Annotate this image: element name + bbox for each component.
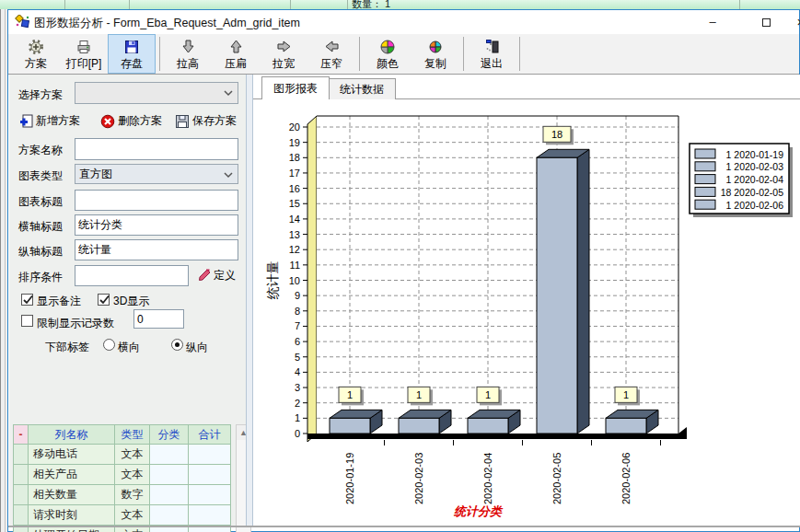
toolbar-label: 存盘 xyxy=(121,56,143,72)
plan-name-label: 方案名称 xyxy=(18,143,63,158)
close-button[interactable]: × xyxy=(785,10,800,34)
gear-icon xyxy=(28,38,44,55)
widen-button[interactable]: 拉宽 xyxy=(260,34,307,74)
maximize-button[interactable] xyxy=(750,10,782,34)
table-cell[interactable] xyxy=(189,485,230,505)
svg-text:17: 17 xyxy=(289,168,300,179)
bar xyxy=(330,418,370,434)
delete-plan-button[interactable]: 删除方案 xyxy=(100,113,162,129)
x-tick-label: 2020-02-06 xyxy=(620,453,632,504)
grid-divider xyxy=(347,0,348,9)
table-cell[interactable] xyxy=(150,465,189,485)
horizontal-radio[interactable] xyxy=(103,339,115,351)
svg-text:2: 2 xyxy=(295,398,300,409)
table-cell[interactable] xyxy=(189,445,230,465)
save-plan-button[interactable]: 保存方案 xyxy=(175,113,237,129)
vertical-radio-label: 纵向 xyxy=(186,340,208,355)
table-cell[interactable] xyxy=(189,505,230,526)
row-selector-cell[interactable] xyxy=(14,465,29,485)
table-row[interactable]: 相关数量数字 xyxy=(14,485,230,505)
quantity-cell: 数量： 1 xyxy=(352,0,390,9)
y-axis-title-input[interactable] xyxy=(75,239,238,260)
title-bar[interactable]: 图形数据分析 - Form_Eba_Request_Adm_grid_item … xyxy=(8,10,799,34)
toolbar-label: 拉高 xyxy=(177,56,199,72)
flatten-button[interactable]: 压扁 xyxy=(212,34,260,74)
table-cell[interactable]: 数字 xyxy=(115,485,150,505)
collapse-header-cell[interactable]: - xyxy=(14,425,29,445)
arrow-right-icon xyxy=(276,38,292,55)
select-plan-label: 选择方案 xyxy=(18,87,63,103)
table-cell[interactable]: 相关数量 xyxy=(29,485,115,505)
floppy-icon xyxy=(123,38,140,55)
table-cell[interactable]: 文本 xyxy=(115,505,150,526)
vertical-radio[interactable] xyxy=(171,339,183,351)
color-button[interactable]: 颜色 xyxy=(364,34,412,74)
add-doc-icon xyxy=(19,114,33,129)
save-button[interactable]: 存盘 xyxy=(108,34,156,74)
bar xyxy=(606,418,646,434)
select-plan-dropdown[interactable] xyxy=(75,82,238,104)
tab-graph-report[interactable]: 图形报表 xyxy=(261,76,330,99)
toolbar-label: 压扁 xyxy=(225,56,247,72)
panel-splitter[interactable] xyxy=(246,75,253,526)
table-cell[interactable] xyxy=(150,445,189,465)
plan-name-input[interactable] xyxy=(75,138,238,160)
x-axis-title-input[interactable] xyxy=(75,214,238,236)
table-header-cell[interactable]: 分类 xyxy=(150,425,189,445)
new-plan-button[interactable]: 新增方案 xyxy=(19,113,80,129)
narrow-button[interactable]: 压窄 xyxy=(307,34,355,74)
chart-title-input[interactable] xyxy=(75,190,238,211)
limit-records-input[interactable] xyxy=(133,309,184,329)
chart-type-dropdown[interactable]: 直方图 xyxy=(75,164,238,184)
table-header-cell[interactable]: 列名称 xyxy=(29,425,115,445)
x-tick-label: 2020-02-05 xyxy=(551,453,562,504)
show-notes-checkbox[interactable] xyxy=(21,294,33,306)
legend-entry: 1 2020-01-19 xyxy=(726,149,784,160)
tab-statistics[interactable]: 统计数据 xyxy=(328,78,396,99)
row-selector-cell[interactable] xyxy=(14,445,29,465)
legend-entry: 1 2020-02-04 xyxy=(726,174,784,185)
table-header-cell[interactable]: 类型 xyxy=(115,425,150,445)
table-cell[interactable] xyxy=(150,485,189,505)
define-button[interactable]: 定义 xyxy=(197,268,236,283)
y-axis-title: 统计量 xyxy=(265,261,280,300)
table-cell[interactable] xyxy=(150,505,189,526)
toolbar-label: 方案 xyxy=(25,56,47,72)
table-row[interactable]: 相关产品文本 xyxy=(14,465,230,485)
plan-button[interactable]: 方案 xyxy=(12,34,60,74)
chart-type-value: 直方图 xyxy=(79,167,112,182)
table-cell[interactable]: 相关产品 xyxy=(29,465,115,485)
stretch-tall-button[interactable]: 拉高 xyxy=(164,34,212,74)
color-wheel-icon xyxy=(428,38,443,55)
svg-text:15: 15 xyxy=(289,198,300,209)
exit-button[interactable]: 退出 xyxy=(468,34,516,74)
chart-title-label: 图表标题 xyxy=(18,194,63,210)
table-cell[interactable]: 文本 xyxy=(115,465,150,485)
table-cell[interactable]: 请求时刻 xyxy=(29,505,115,526)
table-row[interactable]: 请求时刻文本 xyxy=(14,505,230,526)
table-cell[interactable] xyxy=(189,465,230,485)
toolbar-label: 颜色 xyxy=(377,56,399,72)
minimize-button[interactable]: – xyxy=(697,10,728,34)
row-selector-cell[interactable] xyxy=(14,505,29,526)
table-row[interactable]: 移动电话文本 xyxy=(14,445,230,465)
svg-text:8: 8 xyxy=(295,306,300,317)
table-cell[interactable]: 文本 xyxy=(115,445,150,465)
svg-text:3: 3 xyxy=(295,382,300,393)
legend-swatch xyxy=(695,187,715,196)
grid-divider xyxy=(290,0,291,9)
grid-divider xyxy=(129,0,130,9)
table-cell[interactable]: 移动电话 xyxy=(29,445,115,465)
sort-condition-input[interactable] xyxy=(75,265,189,286)
tab-bar: 图形报表 统计数据 xyxy=(253,76,800,99)
y-axis-title-label: 纵轴标题 xyxy=(18,244,63,260)
sort-condition-label: 排序条件 xyxy=(18,270,63,285)
table-header-cell[interactable]: 合计 xyxy=(189,425,230,445)
define-label: 定义 xyxy=(214,268,236,283)
row-selector-cell[interactable] xyxy=(14,485,29,505)
display-3d-checkbox[interactable] xyxy=(98,294,110,306)
limit-records-checkbox[interactable] xyxy=(21,315,33,327)
print-button[interactable]: 打印[P] xyxy=(60,34,108,74)
copy-button[interactable]: 复制 xyxy=(412,34,459,74)
toolbar-separator xyxy=(159,37,160,71)
